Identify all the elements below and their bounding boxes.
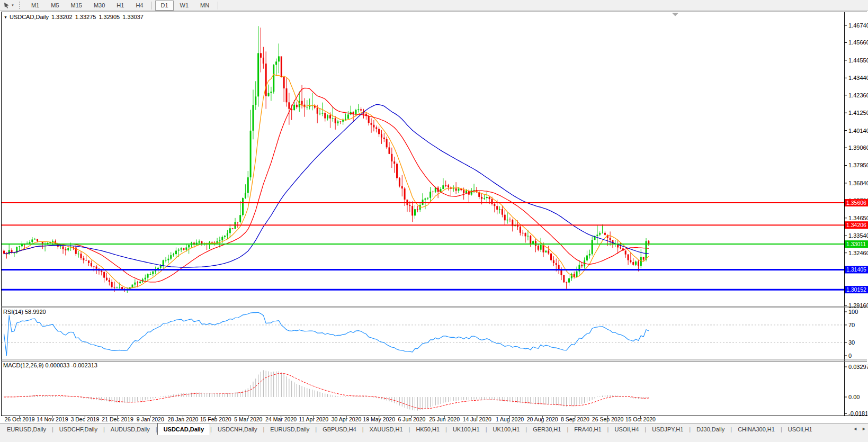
horizontal-level-lines: [2, 203, 844, 290]
svg-text:5 Mar 2020: 5 Mar 2020: [234, 416, 262, 422]
svg-text:1.31405: 1.31405: [846, 266, 866, 273]
svg-text:3 Dec 2019: 3 Dec 2019: [71, 416, 100, 422]
chart-tab-usdcnh-daily-4[interactable]: USDCNH,Daily: [212, 424, 263, 435]
svg-text:1.32460: 1.32460: [848, 250, 868, 256]
collapse-triangle-icon: ▼: [4, 15, 7, 19]
tabs-scroll-left-button[interactable]: ◄: [853, 426, 857, 431]
svg-text:14 Jul 2020: 14 Jul 2020: [463, 416, 491, 422]
chart-tab-ger30-h1-11[interactable]: GER30,H1: [527, 424, 567, 435]
chart-tab-gbpusd-h4-6[interactable]: GBPUSD,H4: [317, 424, 362, 435]
rsi-indicator-label: RSI(14) 58.9920: [3, 309, 46, 315]
svg-text:26 Sep 2020: 26 Sep 2020: [592, 416, 624, 422]
moving-averages-layer: [4, 74, 649, 288]
chart-tab-china300-h1-16[interactable]: CHINA300,H1: [732, 424, 781, 435]
chart-region: 1.467401.456601.445501.434401.423601.412…: [0, 0, 868, 423]
chart-canvas[interactable]: 1.467401.456601.445501.434401.423601.412…: [0, 12, 868, 423]
svg-text:30: 30: [848, 339, 855, 346]
svg-text:0.032972: 0.032972: [848, 364, 868, 370]
bar-low-value: 1.32905: [99, 14, 120, 20]
svg-text:1.43440: 1.43440: [848, 75, 868, 81]
chart-shift-marker-icon: [672, 13, 678, 16]
bar-high-value: 1.33275: [75, 14, 96, 20]
tab-scroll-buttons: ◄ ►: [853, 426, 866, 431]
svg-text:19 May 2020: 19 May 2020: [363, 416, 395, 422]
svg-text:1.33011: 1.33011: [846, 241, 866, 247]
chart-tabs: EURUSD,Daily|USDCHF,Daily|AUDUSD,Daily|U…: [0, 424, 868, 436]
svg-text:0.00: 0.00: [848, 394, 860, 400]
svg-text:1.34650: 1.34650: [848, 215, 868, 221]
svg-text:0: 0: [848, 353, 852, 359]
svg-text:8 Sep 2020: 8 Sep 2020: [561, 416, 589, 422]
svg-text:1.35606: 1.35606: [846, 200, 866, 206]
svg-text:15 Oct 2020: 15 Oct 2020: [625, 416, 656, 422]
chart-tab-eurusd-daily-5[interactable]: EURUSD,Daily: [264, 424, 315, 435]
svg-text:1.34206: 1.34206: [846, 222, 866, 228]
svg-text:1.41250: 1.41250: [848, 110, 868, 116]
svg-text:15 Feb 2020: 15 Feb 2020: [200, 416, 231, 422]
chart-title: ▼USDCAD,Daily1.332021.332751.329051.3303…: [4, 14, 144, 20]
svg-text:26 Oct 2019: 26 Oct 2019: [4, 416, 34, 422]
svg-text:1.37950: 1.37950: [848, 162, 868, 168]
chart-tab-usdchf-daily-1[interactable]: USDCHF,Daily: [53, 424, 103, 435]
svg-text:14 Nov 2019: 14 Nov 2019: [37, 416, 68, 422]
svg-text:1.39060: 1.39060: [848, 145, 868, 151]
chart-tab-uk100-h1-9[interactable]: UK100,H1: [447, 424, 486, 435]
chart-tab-usdcad-daily-3[interactable]: USDCAD,Daily: [157, 423, 210, 435]
chart-tab-usoil-h1-17[interactable]: USOil,H1: [782, 424, 818, 435]
svg-text:9 Jan 2020: 9 Jan 2020: [137, 416, 164, 422]
svg-text:25 Jun 2020: 25 Jun 2020: [429, 416, 460, 422]
svg-text:1.44550: 1.44550: [848, 57, 868, 64]
svg-text:24 Mar 2020: 24 Mar 2020: [265, 416, 297, 422]
svg-text:30 Apr 2020: 30 Apr 2020: [332, 416, 362, 422]
price-axis: 1.467401.456601.445501.434401.423601.412…: [845, 22, 868, 309]
macd-panel: 0.0329720.00-0.018154: [4, 364, 868, 417]
svg-text:1.33540: 1.33540: [848, 232, 868, 239]
chart-tab-xauusd-h1-7[interactable]: XAUUSD,H1: [364, 424, 409, 435]
svg-text:1.36840: 1.36840: [848, 180, 868, 186]
chart-tab-dj30-daily-15[interactable]: DJ30,Daily: [691, 424, 730, 435]
chart-tab-fra40-h1-12[interactable]: FRA40,H1: [568, 424, 607, 435]
svg-text:1.46740: 1.46740: [848, 22, 868, 29]
svg-text:1.45660: 1.45660: [848, 39, 868, 46]
chart-tab-usoil-h4-13[interactable]: USOil,H4: [609, 424, 645, 435]
bar-open-value: 1.33202: [51, 14, 73, 20]
svg-text:70: 70: [848, 322, 855, 328]
chart-tab-uk100-h1-10[interactable]: UK100,H1: [487, 424, 526, 435]
svg-text:1.42360: 1.42360: [848, 92, 868, 98]
svg-text:1 Aug 2020: 1 Aug 2020: [496, 416, 524, 422]
tabs-scroll-right-button[interactable]: ►: [862, 426, 866, 431]
chart-tab-usdjpy-h1-14[interactable]: USDJPY,H1: [646, 424, 689, 435]
svg-text:21 Dec 2019: 21 Dec 2019: [102, 416, 133, 422]
rsi-panel: 10070300: [2, 309, 858, 359]
svg-text:11 Apr 2020: 11 Apr 2020: [299, 416, 328, 422]
svg-text:20 Aug 2020: 20 Aug 2020: [527, 416, 558, 422]
svg-text:6 Jun 2020: 6 Jun 2020: [398, 416, 425, 422]
chart-tab-hk50-h1-8[interactable]: HK50,H1: [410, 424, 445, 435]
svg-text:100: 100: [848, 309, 858, 315]
chart-tab-audusd-daily-2[interactable]: AUDUSD,Daily: [105, 424, 156, 435]
trading-platform-window: ▼ M1M5M15M30H1H4D1W1MN 1.467401.456601.4…: [0, 0, 868, 442]
svg-text:1.30152: 1.30152: [846, 286, 866, 293]
svg-text:28 Jan 2020: 28 Jan 2020: [168, 416, 199, 422]
chart-symbol-period: USDCAD,Daily: [10, 14, 49, 20]
bar-close-value: 1.33037: [122, 14, 144, 20]
chart-tabs-bar: EURUSD,Daily|USDCHF,Daily|AUDUSD,Daily|U…: [0, 423, 868, 442]
svg-text:1.40140: 1.40140: [848, 128, 868, 134]
chart-tab-eurusd-daily-0[interactable]: EURUSD,Daily: [1, 424, 52, 435]
chart-frame: 26 Oct 201914 Nov 20193 Dec 201921 Dec 2…: [1, 12, 867, 422]
macd-indicator-label: MACD(12,26,9) 0.000033 -0.002313: [3, 362, 97, 368]
